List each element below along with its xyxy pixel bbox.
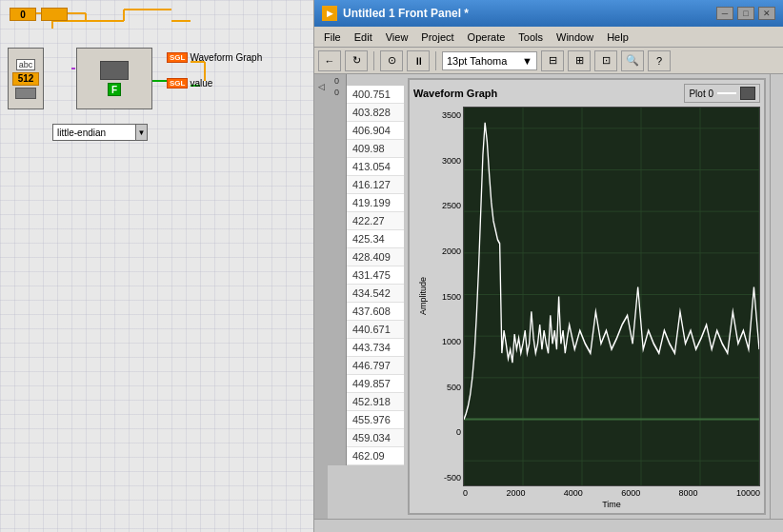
y-label-3500: 3500 bbox=[434, 110, 461, 120]
table-row[interactable]: 443.734 bbox=[347, 339, 404, 357]
y-label-1000: 1000 bbox=[434, 337, 461, 346]
help-button[interactable]: ? bbox=[648, 50, 671, 71]
title-bar: Untitled 1 Front Panel * ─ □ ✕ bbox=[314, 0, 783, 27]
font-selector[interactable]: 13pt Tahoma ▼ bbox=[442, 51, 537, 70]
menu-item-window[interactable]: Window bbox=[551, 30, 599, 45]
value-connector: SGL value bbox=[167, 78, 212, 89]
menu-bar: FileEditViewProjectOperateToolsWindowHel… bbox=[314, 27, 783, 48]
value-label: value bbox=[190, 78, 212, 89]
table-row[interactable]: 416.127 bbox=[347, 176, 404, 194]
table-row[interactable]: 428.409 bbox=[347, 248, 404, 266]
graph-title: Waveform Graph bbox=[413, 88, 497, 99]
table-row[interactable]: 413.054 bbox=[347, 158, 404, 176]
value-list bbox=[347, 74, 404, 86]
chart-svg bbox=[464, 108, 759, 485]
menu-item-tools[interactable]: Tools bbox=[512, 30, 549, 45]
menu-item-edit[interactable]: Edit bbox=[349, 30, 378, 45]
scroll-left[interactable]: ◁ bbox=[314, 74, 328, 519]
f-block: F bbox=[108, 83, 121, 96]
toolbar-sep-2 bbox=[435, 51, 436, 70]
x-axis: 0 2000 4000 6000 8000 10000 bbox=[413, 488, 760, 498]
numeric-512[interactable]: 512 bbox=[12, 72, 39, 86]
font-dropdown-icon: ▼ bbox=[522, 55, 532, 67]
x-axis-title: Time bbox=[602, 500, 621, 509]
table-row[interactable]: 419.199 bbox=[347, 194, 404, 212]
x-label-8000: 8000 bbox=[679, 488, 698, 498]
numeric-constant-empty[interactable] bbox=[41, 8, 68, 21]
process-icon bbox=[100, 61, 129, 80]
table-row[interactable]: 431.475 bbox=[347, 266, 404, 285]
x-label-2000: 2000 bbox=[506, 488, 525, 498]
resize-button[interactable]: ⊡ bbox=[594, 50, 617, 71]
distribute-button[interactable]: ⊞ bbox=[568, 50, 591, 71]
run-toolbar-button[interactable]: ⊙ bbox=[380, 50, 403, 71]
table-row[interactable]: 449.857 bbox=[347, 375, 404, 393]
bottom-scrollbar[interactable] bbox=[314, 519, 783, 532]
table-row[interactable]: 440.671 bbox=[347, 321, 404, 339]
align-button[interactable]: ⊟ bbox=[541, 50, 564, 71]
sgl-badge-2: SGL bbox=[167, 78, 188, 89]
processing-block[interactable]: F bbox=[76, 48, 152, 109]
y-label-500: 500 bbox=[434, 383, 461, 392]
x-label-6000: 6000 bbox=[621, 488, 640, 498]
maximize-button[interactable]: □ bbox=[737, 7, 754, 20]
table-row[interactable]: 422.27 bbox=[347, 212, 404, 230]
table-row[interactable]: 406.904 bbox=[347, 122, 404, 140]
table-row[interactable]: 425.34 bbox=[347, 230, 404, 248]
table-row[interactable]: 452.918 bbox=[347, 393, 404, 411]
value-table: 0 0400.751403.828406.904409.98413.054416… bbox=[328, 74, 404, 519]
graph-area: Waveform Graph Plot 0 Amplitude bbox=[404, 74, 770, 519]
table-row[interactable]: 455.976 bbox=[347, 411, 404, 429]
x-axis-title-wrapper: Time bbox=[413, 498, 760, 509]
subvi-icon bbox=[15, 88, 36, 99]
dropdown-arrow-icon[interactable]: ▼ bbox=[135, 125, 147, 140]
table-row[interactable]: 446.797 bbox=[347, 357, 404, 375]
table-row[interactable]: 400.751 bbox=[347, 86, 404, 104]
sgl-badge-1: SGL bbox=[167, 52, 188, 63]
y-label-2000: 2000 bbox=[434, 246, 461, 256]
menu-item-file[interactable]: File bbox=[318, 30, 347, 45]
back-button[interactable]: ← bbox=[318, 50, 341, 71]
menu-item-view[interactable]: View bbox=[380, 30, 414, 45]
menu-item-project[interactable]: Project bbox=[415, 30, 459, 45]
chart-canvas bbox=[463, 107, 760, 486]
plot-options-button[interactable] bbox=[740, 87, 755, 100]
right-scrollbar[interactable] bbox=[770, 74, 783, 519]
table-row[interactable]: 409.98 bbox=[347, 140, 404, 158]
main-content-area: ◁ 0 0400.751403.828406.904409.98413.0544… bbox=[314, 74, 783, 519]
toolbar: ← ↻ ⊙ ⏸ 13pt Tahoma ▼ ⊟ ⊞ ⊡ 🔍 ? bbox=[314, 48, 783, 74]
endian-dropdown[interactable]: little-endian ▼ bbox=[52, 124, 148, 141]
x-label-4000: 4000 bbox=[564, 488, 583, 498]
run-button[interactable] bbox=[322, 6, 337, 21]
waveform-graph-label: Waveform Graph bbox=[190, 52, 262, 63]
graph-header: Waveform Graph Plot 0 bbox=[413, 84, 760, 103]
row-index: 0 bbox=[334, 88, 339, 97]
x-label-10000: 10000 bbox=[736, 488, 760, 498]
zoom-button[interactable]: 🔍 bbox=[621, 50, 644, 71]
table-row[interactable]: 437.608 bbox=[347, 303, 404, 321]
y-label-3000: 3000 bbox=[434, 156, 461, 166]
y-label-0: 0 bbox=[434, 427, 461, 437]
table-row[interactable]: 403.828 bbox=[347, 104, 404, 122]
pause-button[interactable]: ⏸ bbox=[407, 50, 430, 71]
graph-container: Waveform Graph Plot 0 Amplitude bbox=[408, 78, 766, 515]
reload-button[interactable]: ↻ bbox=[345, 50, 368, 71]
table-row[interactable]: 462.09 bbox=[347, 447, 404, 465]
window-title: Untitled 1 Front Panel * bbox=[343, 7, 469, 20]
minimize-button[interactable]: ─ bbox=[716, 7, 733, 20]
table-row[interactable]: 459.034 bbox=[347, 429, 404, 447]
block-diagram-panel: 0 abc 512 F SGL Waveform Graph SGL value… bbox=[0, 0, 314, 532]
abc-label: abc bbox=[16, 59, 36, 70]
plot-legend-line bbox=[717, 92, 736, 94]
main-function-node[interactable]: abc 512 bbox=[8, 48, 44, 109]
y-label-neg500: -500 bbox=[434, 473, 461, 483]
menu-item-operate[interactable]: Operate bbox=[462, 30, 512, 45]
close-button[interactable]: ✕ bbox=[758, 7, 775, 20]
table-row[interactable]: 434.542 bbox=[347, 285, 404, 303]
toolbar-sep-1 bbox=[373, 51, 374, 70]
wires-overlay bbox=[0, 0, 313, 532]
menu-item-help[interactable]: Help bbox=[601, 30, 634, 45]
front-panel: Untitled 1 Front Panel * ─ □ ✕ FileEditV… bbox=[314, 0, 783, 532]
numeric-constant-0[interactable]: 0 bbox=[10, 8, 36, 21]
y-label-2500: 2500 bbox=[434, 201, 461, 210]
